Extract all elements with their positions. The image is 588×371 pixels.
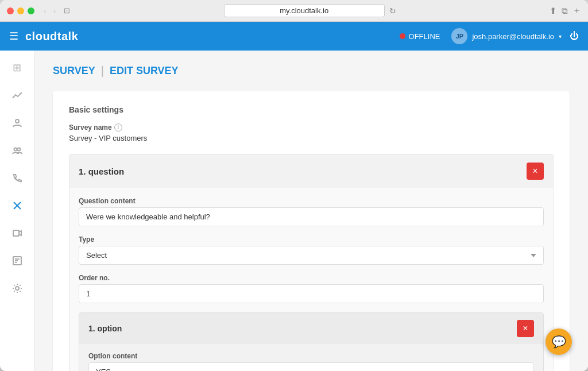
question-content-input[interactable] [79, 207, 544, 226]
forward-button[interactable]: › [51, 5, 59, 17]
reload-button[interactable]: ↻ [389, 6, 396, 16]
sidebar-item-survey[interactable] [5, 193, 30, 218]
sidebar-item-settings[interactable] [5, 276, 30, 301]
svg-point-2 [17, 148, 20, 151]
svg-point-1 [14, 148, 17, 151]
content-area: ⊞ [0, 51, 588, 371]
browser-chrome: ‹ › ⊡ ↻ ⬆ ⧉ ＋ [0, 0, 588, 22]
option-header: 1. option × [79, 313, 543, 344]
app: ☰ cloudtalk OFFLINE JP josh.parker@cloud… [0, 22, 588, 371]
option-body: Option content Order no. [79, 344, 543, 371]
url-input[interactable] [224, 4, 385, 17]
breadcrumb: SURVEY | EDIT SURVEY [53, 64, 570, 78]
question-order-label: Order no. [79, 274, 544, 282]
top-nav: ☰ cloudtalk OFFLINE JP josh.parker@cloud… [0, 22, 588, 51]
user-menu[interactable]: JP josh.parker@cloudtalk.io ▾ [451, 28, 562, 44]
sidebar-item-reports[interactable] [5, 248, 30, 273]
question-type-group: Type Select Star rating Scale Yes/No [79, 235, 544, 265]
sidebar-item-analytics[interactable] [5, 83, 30, 108]
brand-logo: cloudtalk [25, 30, 78, 43]
power-button[interactable]: ⏻ [570, 31, 579, 41]
sidebar-item-dashboard[interactable]: ⊞ [5, 55, 30, 80]
traffic-lights [7, 7, 34, 14]
nav-buttons: ‹ › [41, 5, 58, 17]
survey-name-label: Survey name i [69, 123, 554, 132]
option-title: 1. option [88, 324, 122, 333]
browser-actions: ⬆ ⧉ ＋ [550, 5, 581, 16]
question-order-input[interactable] [79, 284, 544, 303]
sidebar-item-recordings[interactable] [5, 221, 30, 246]
question-type-label: Type [79, 235, 544, 244]
chevron-down-icon: ▾ [559, 33, 562, 40]
plus-button[interactable]: ＋ [572, 5, 581, 16]
delete-option-button[interactable]: × [517, 320, 534, 337]
back-button[interactable]: ‹ [41, 5, 49, 17]
question-title: 1. question [79, 167, 124, 176]
svg-rect-5 [13, 230, 19, 236]
breadcrumb-separator: | [101, 64, 104, 78]
sidebar-item-teams[interactable] [5, 138, 30, 163]
basic-settings-card: Basic settings Survey name i Survey - VI… [53, 91, 570, 371]
minimize-tl[interactable] [17, 7, 24, 14]
sidebar-item-contacts[interactable] [5, 110, 30, 136]
svg-point-10 [16, 287, 19, 290]
option-content-input[interactable] [88, 362, 534, 371]
user-email: josh.parker@cloudtalk.io [472, 32, 554, 41]
breadcrumb-parent[interactable]: SURVEY [53, 65, 95, 77]
address-bar: ↻ [75, 4, 545, 17]
option-content-group: Option content [88, 352, 534, 371]
sidebar-item-calls[interactable] [5, 165, 30, 191]
sidebar: ⊞ [0, 51, 34, 371]
breadcrumb-current: EDIT SURVEY [110, 65, 179, 77]
delete-question-button[interactable]: × [527, 163, 544, 180]
option-content-label: Option content [88, 352, 534, 360]
maximize-tl[interactable] [28, 7, 34, 14]
survey-name-group: Survey name i Survey - VIP customers [69, 123, 554, 142]
status-badge: OFFLINE [400, 32, 440, 41]
question-header: 1. question × [69, 154, 553, 188]
status-dot-icon [400, 33, 405, 39]
question-content-group: Question content [79, 197, 544, 226]
survey-name-value: Survey - VIP customers [69, 134, 554, 142]
duplicate-button[interactable]: ⧉ [562, 6, 568, 16]
svg-point-0 [16, 119, 19, 123]
avatar: JP [451, 28, 467, 44]
chat-fab-button[interactable]: 💬 [546, 329, 572, 355]
main-content: SURVEY | EDIT SURVEY Basic settings Surv… [34, 51, 588, 371]
section-title: Basic settings [69, 105, 554, 114]
share-button[interactable]: ⬆ [550, 6, 557, 16]
window-icon[interactable]: ⊡ [64, 6, 70, 15]
chat-icon: 💬 [552, 335, 566, 349]
question-content-label: Question content [79, 197, 544, 205]
question-type-select[interactable]: Select Star rating Scale Yes/No [79, 246, 544, 265]
status-label: OFFLINE [409, 32, 440, 41]
info-icon: i [114, 123, 122, 132]
question-block: 1. question × Question content Type [69, 154, 554, 371]
hamburger-button[interactable]: ☰ [9, 30, 18, 42]
close-tl[interactable] [7, 7, 14, 14]
question-body: Question content Type Select Star rating… [69, 188, 553, 371]
question-order-group: Order no. [79, 274, 544, 303]
option-block: 1. option × Option content Ord [79, 312, 544, 371]
